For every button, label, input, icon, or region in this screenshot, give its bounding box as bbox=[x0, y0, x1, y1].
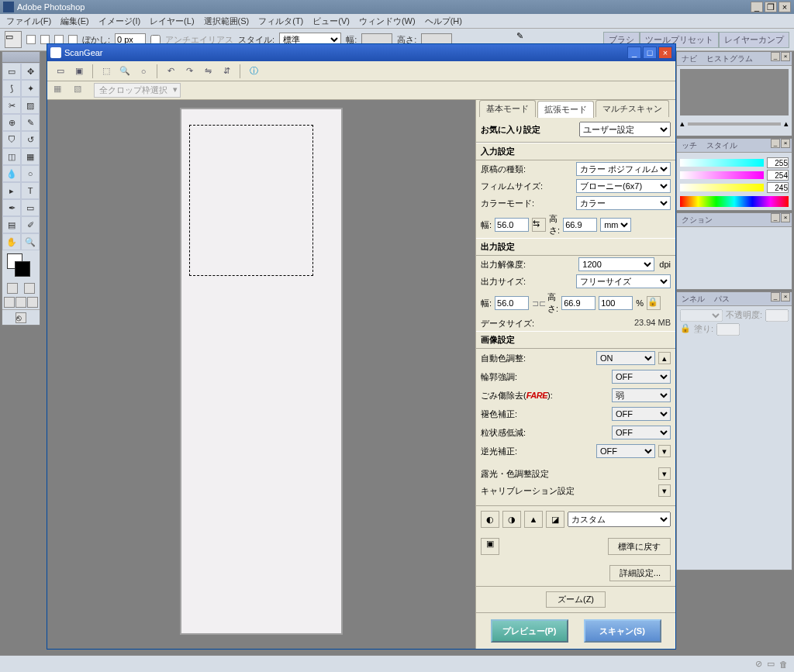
slice-tool[interactable]: ▨ bbox=[21, 97, 40, 114]
menu-help[interactable]: ヘルプ(H) bbox=[420, 16, 467, 27]
fade-select[interactable]: OFF bbox=[612, 407, 671, 421]
panel-close-icon[interactable]: × bbox=[781, 213, 790, 222]
standard-mode-icon[interactable] bbox=[7, 283, 18, 294]
out-width-input[interactable] bbox=[495, 296, 529, 310]
dodge-tool[interactable]: ○ bbox=[21, 165, 40, 182]
color-ramp[interactable] bbox=[680, 196, 789, 207]
quickmask-mode-icon[interactable] bbox=[24, 283, 35, 294]
screen-full-icon[interactable] bbox=[27, 297, 38, 308]
reset-button[interactable]: 標準に戻す bbox=[608, 538, 671, 555]
ps-maximize-button[interactable]: ❐ bbox=[765, 2, 777, 12]
brush-tool[interactable]: ✎ bbox=[21, 114, 40, 131]
screen-std-icon[interactable] bbox=[4, 297, 15, 308]
menu-window[interactable]: ウィンドウ(W) bbox=[354, 16, 420, 27]
toolbox-header[interactable] bbox=[2, 52, 40, 63]
tab-multiscan[interactable]: マルチスキャン bbox=[596, 100, 669, 117]
tab-advanced[interactable]: 拡張モード bbox=[537, 101, 594, 118]
history-brush-tool[interactable]: ↺ bbox=[21, 131, 40, 148]
shape-tool[interactable]: ▭ bbox=[21, 199, 40, 216]
unsharp-select[interactable]: OFF bbox=[612, 370, 671, 384]
style-tab[interactable]: スタイル bbox=[702, 139, 742, 152]
eraser-tool[interactable]: ◫ bbox=[2, 148, 21, 165]
marquee-tool[interactable]: ▭ bbox=[2, 63, 21, 80]
cyan-slider[interactable] bbox=[680, 159, 764, 167]
yellow-value[interactable] bbox=[767, 182, 789, 193]
filmsize-select[interactable]: ブローニー(6x7) bbox=[576, 179, 671, 193]
hand-tool[interactable]: ✋ bbox=[2, 233, 21, 250]
histogram-tab[interactable]: ヒストグラム bbox=[702, 52, 758, 65]
eyedropper-tool[interactable]: ✐ bbox=[21, 216, 40, 233]
in-height-input[interactable] bbox=[563, 218, 597, 232]
scroll-down-icon[interactable]: ▾ bbox=[658, 445, 671, 457]
sg-maximize-button[interactable]: □ bbox=[643, 47, 657, 59]
magenta-slider[interactable] bbox=[680, 171, 764, 179]
zoom-in-icon[interactable]: ▴ bbox=[784, 119, 789, 129]
ps-close-button[interactable]: × bbox=[778, 2, 791, 12]
sg-flip-icon[interactable]: ⇋ bbox=[201, 64, 215, 78]
tab-basic[interactable]: 基本モード bbox=[479, 100, 536, 117]
preview-button[interactable]: プレビュー(P) bbox=[491, 619, 568, 643]
path-tab[interactable]: パス bbox=[709, 292, 734, 305]
move-tool[interactable]: ✥ bbox=[21, 63, 40, 80]
tone-histogram-icon[interactable]: ▲ bbox=[524, 511, 543, 528]
color-swatch[interactable] bbox=[2, 250, 40, 281]
grain-select[interactable]: OFF bbox=[612, 426, 671, 439]
menu-layer[interactable]: レイヤー(L) bbox=[145, 16, 198, 27]
type-tool[interactable]: T bbox=[21, 182, 40, 199]
sg-info-icon[interactable]: ⓘ bbox=[247, 64, 261, 78]
sg-rotate-right-icon[interactable]: ↷ bbox=[182, 64, 196, 78]
tone-auto-icon[interactable]: ◐ bbox=[481, 511, 499, 528]
wand-tool[interactable]: ✦ bbox=[21, 80, 40, 97]
menu-view[interactable]: ビュー(V) bbox=[308, 16, 354, 27]
panel-min-icon[interactable]: _ bbox=[771, 52, 780, 61]
scroll-up-icon[interactable]: ▴ bbox=[658, 352, 671, 364]
well-tab-layer-comp[interactable]: レイヤーカンプ bbox=[719, 32, 789, 48]
source-select[interactable]: カラー ポジフィルム bbox=[576, 162, 671, 176]
unit-select[interactable]: mm bbox=[600, 218, 631, 232]
gradient-tool[interactable]: ▦ bbox=[21, 148, 40, 165]
link-icon[interactable]: ⊐⊏ bbox=[532, 298, 544, 308]
magenta-value[interactable] bbox=[767, 170, 789, 181]
ps-minimize-button[interactable]: _ bbox=[751, 2, 763, 12]
channel-tab[interactable]: ンネル bbox=[677, 292, 709, 305]
sg-crop-add-icon[interactable]: ▦ bbox=[54, 84, 67, 98]
panel-close-icon[interactable]: × bbox=[781, 52, 790, 61]
sg-crop-del-icon[interactable]: ▧ bbox=[74, 84, 88, 98]
zoom-button[interactable]: ズーム(Z) bbox=[546, 591, 606, 608]
scangear-preview-area[interactable] bbox=[47, 100, 475, 649]
menu-select[interactable]: 選択範囲(S) bbox=[199, 16, 254, 27]
zoom-tool[interactable]: 🔍 bbox=[21, 233, 40, 250]
calib-expand-button[interactable]: ▾ bbox=[658, 484, 671, 497]
menu-file[interactable]: ファイル(F) bbox=[2, 16, 56, 27]
sg-close-button[interactable]: × bbox=[658, 47, 672, 59]
scale-input[interactable] bbox=[599, 296, 633, 310]
tone-curve-icon[interactable]: ◪ bbox=[546, 511, 564, 528]
jump-to-icon[interactable]: ⎋ bbox=[16, 312, 26, 323]
exposure-expand-button[interactable]: ▾ bbox=[658, 467, 671, 480]
resolution-select[interactable]: 1200 bbox=[578, 257, 654, 271]
colormode-select[interactable]: カラー bbox=[576, 196, 671, 210]
path-tool[interactable]: ▸ bbox=[2, 182, 21, 199]
swap-wh-button[interactable]: ⇆ bbox=[532, 218, 546, 232]
panel-close-icon[interactable]: × bbox=[781, 292, 790, 302]
outsize-select[interactable]: フリーサイズ bbox=[576, 274, 671, 288]
backlight-select[interactable]: OFF bbox=[596, 444, 655, 458]
menu-filter[interactable]: フィルタ(T) bbox=[254, 16, 308, 27]
favorite-select[interactable]: ユーザー設定 bbox=[579, 122, 671, 137]
heal-tool[interactable]: ⊕ bbox=[2, 114, 21, 131]
zoom-out-icon[interactable]: ▴ bbox=[680, 119, 685, 129]
sg-mirror-icon[interactable]: ⇵ bbox=[219, 64, 233, 78]
yellow-slider[interactable] bbox=[680, 184, 764, 191]
sg-delete-icon[interactable]: ▣ bbox=[72, 64, 86, 78]
screen-full-menu-icon[interactable] bbox=[16, 297, 26, 308]
sg-crop-select-dropdown[interactable]: 全クロップ枠選択 bbox=[94, 83, 181, 98]
cyan-value[interactable] bbox=[767, 157, 789, 168]
sg-loupe-icon[interactable]: ○ bbox=[136, 64, 150, 78]
detail-settings-button[interactable]: 詳細設定... bbox=[609, 565, 671, 581]
tone-contrast-icon[interactable]: ◑ bbox=[502, 511, 521, 528]
stamp-tool[interactable]: ⛉ bbox=[2, 131, 21, 148]
selection-new-icon[interactable] bbox=[26, 35, 36, 44]
notes-tool[interactable]: ▤ bbox=[2, 216, 21, 233]
sg-rotate-left-icon[interactable]: ↶ bbox=[164, 64, 178, 78]
sg-minimize-button[interactable]: _ bbox=[627, 47, 641, 59]
